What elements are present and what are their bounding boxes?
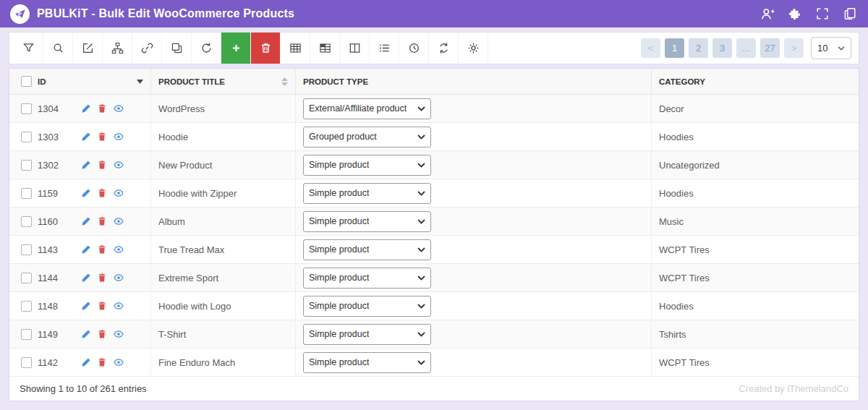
edit-row-button[interactable] [81,329,91,339]
row-checkbox[interactable] [21,216,32,227]
edit-row-button[interactable] [81,244,91,255]
column-label-id: ID [38,77,46,86]
product-type-select[interactable]: External/Affiliate product [303,98,431,119]
page-button-27[interactable]: 27 [760,38,780,58]
prev-page-button[interactable]: < [641,38,660,58]
category-cell: Hoodies [652,179,859,207]
row-checkbox[interactable] [21,132,32,142]
settings-button[interactable] [459,33,488,64]
delete-row-button[interactable] [97,188,107,198]
view-row-button[interactable] [113,103,124,114]
product-type-select[interactable]: Simple product [303,155,431,176]
sort-desc-icon[interactable] [137,80,143,84]
add-product-button[interactable] [221,33,251,64]
product-type-select[interactable]: Simple product [303,268,431,289]
search-button[interactable] [43,33,73,64]
edit-row-button[interactable] [81,273,91,283]
product-category: Hoodies [659,301,694,312]
row-checkbox[interactable] [21,160,32,171]
delete-row-button[interactable] [97,273,107,283]
product-type-select[interactable]: Simple product [303,211,431,232]
split-columns-button[interactable] [340,33,370,64]
delete-row-button[interactable] [97,357,107,367]
product-title: Fine Enduro Mach [158,357,235,368]
sync-button[interactable] [429,33,459,64]
fullscreen-button[interactable] [814,6,830,22]
docs-button[interactable] [842,6,858,22]
title-cell: Fine Enduro Mach [151,349,296,376]
delete-row-button[interactable] [97,301,107,311]
sitemap-button[interactable] [103,33,132,64]
view-row-button[interactable] [113,132,124,142]
edit-row-button[interactable] [81,216,91,226]
list-view-button[interactable] [370,33,399,64]
view-row-button[interactable] [113,188,124,198]
table-cells-button[interactable] [310,33,340,64]
delete-row-button[interactable] [97,132,107,142]
delete-row-button[interactable] [97,329,107,339]
page-button-1[interactable]: 1 [665,38,684,58]
row-actions [81,329,124,339]
delete-row-button[interactable] [97,160,107,170]
product-title: Hoodie [158,132,188,142]
row-checkbox[interactable] [21,301,32,312]
delete-row-button[interactable] [97,103,107,114]
refresh-button[interactable] [192,33,221,64]
row-checkbox[interactable] [21,273,32,283]
row-checkbox[interactable] [21,188,32,199]
select-all-checkbox[interactable] [21,76,32,87]
view-row-button[interactable] [113,357,124,367]
product-type-select[interactable]: Simple product [303,324,431,345]
product-title: New Product [158,160,212,171]
eye-icon [113,132,124,142]
page-size-select[interactable]: 10 [811,37,851,59]
view-row-button[interactable] [113,244,124,255]
trash-icon [97,188,107,198]
edit-row-button[interactable] [81,103,91,114]
edit-row-button[interactable] [81,160,91,170]
page-ellipsis: ... [736,38,756,58]
type-cell: Simple product [296,292,652,320]
product-title: Hoodie with Logo [158,301,231,312]
duplicate-button[interactable] [162,33,192,64]
link-button[interactable] [132,33,162,64]
credit-text: Created by iThemelandCo [739,383,848,394]
product-type-select[interactable]: Simple product [303,239,431,260]
product-category: WCPT Tires [659,273,710,283]
table-button[interactable] [281,33,310,64]
view-row-button[interactable] [113,273,124,283]
row-checkbox[interactable] [21,244,32,255]
view-row-button[interactable] [113,160,124,170]
delete-row-button[interactable] [97,216,107,226]
product-type-select[interactable]: Simple product [303,352,431,373]
view-row-button[interactable] [113,216,124,226]
view-row-button[interactable] [113,301,124,311]
toolbar: < 1 2 3 ... 27 > 10 [9,32,859,64]
product-type-value: Simple product [309,216,369,226]
table-icon [289,42,302,54]
filter-button[interactable] [14,33,43,64]
row-checkbox[interactable] [21,357,32,368]
id-cell: 1303 [9,123,151,150]
product-type-select[interactable]: Simple product [303,296,431,317]
page-button-3[interactable]: 3 [712,38,732,58]
edit-row-button[interactable] [81,188,91,198]
edit-row-button[interactable] [81,357,91,367]
next-page-button[interactable]: > [784,38,804,58]
page-button-2[interactable]: 2 [689,38,708,58]
delete-row-button[interactable] [97,244,107,255]
sort-both-icon[interactable] [281,77,288,86]
view-row-button[interactable] [113,329,124,339]
product-type-select[interactable]: Grouped product [303,127,431,148]
history-button[interactable] [399,33,429,64]
plugin-button[interactable] [787,6,803,22]
edit-row-button[interactable] [81,132,91,142]
user-add-button[interactable] [760,6,775,22]
row-checkbox[interactable] [21,329,32,340]
product-id: 1143 [38,244,68,255]
edit-row-button[interactable] [81,301,91,311]
row-checkbox[interactable] [21,103,32,114]
product-type-select[interactable]: Simple product [303,183,431,204]
edit-button[interactable] [73,33,103,64]
delete-selected-button[interactable] [251,33,281,64]
